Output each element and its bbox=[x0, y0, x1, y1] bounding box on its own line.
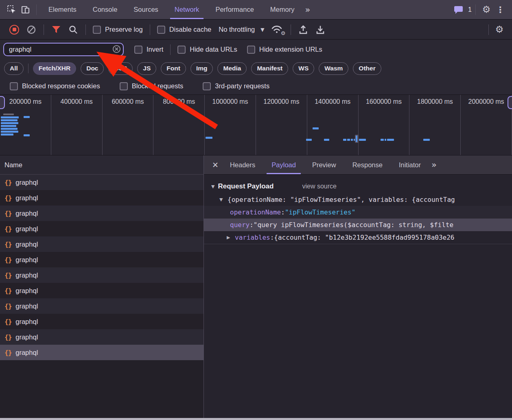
filter-chip-other[interactable]: Other bbox=[353, 62, 381, 75]
json-braces-icon: {} bbox=[4, 225, 11, 233]
filter-chip-manifest[interactable]: Manifest bbox=[251, 62, 288, 75]
clear-button[interactable] bbox=[25, 23, 38, 36]
payload-value: {operationName: "ipFlowTimeseries", vari… bbox=[228, 196, 455, 203]
blocked-response-cookies-checkbox[interactable]: Blocked response cookies bbox=[10, 82, 100, 90]
overview-right-grip[interactable] bbox=[508, 96, 512, 109]
filter-chip-img[interactable]: Img bbox=[190, 62, 213, 75]
filter-chip-fetch-xhr[interactable]: Fetch/XHR bbox=[33, 62, 76, 75]
checkbox[interactable] bbox=[134, 46, 142, 54]
request-name: graphql bbox=[15, 333, 38, 341]
filter-funnel-icon[interactable] bbox=[50, 23, 63, 36]
inspect-element-icon[interactable] bbox=[5, 3, 19, 17]
filter-chip-css[interactable]: CSS bbox=[108, 62, 133, 75]
request-row[interactable]: {}graphql bbox=[0, 345, 203, 360]
collapse-triangle-icon[interactable]: ▼ bbox=[211, 184, 214, 189]
request-payload-header[interactable]: ▼ Request Payload view source bbox=[204, 179, 512, 193]
request-row[interactable]: {}graphql bbox=[0, 175, 203, 190]
waterfall-bar bbox=[24, 134, 30, 136]
divider bbox=[170, 44, 171, 55]
network-conditions-icon[interactable]: ⚙ bbox=[271, 24, 284, 35]
request-row[interactable]: {}graphql bbox=[0, 206, 203, 221]
preserve-log-checkbox[interactable]: Preserve log bbox=[93, 26, 143, 34]
close-detail-icon[interactable]: ✕ bbox=[212, 160, 219, 169]
checkbox[interactable] bbox=[203, 82, 211, 90]
payload-line[interactable]: query: "query ipFlowTimeseries($accountT… bbox=[204, 219, 512, 231]
more-tabs-icon[interactable]: » bbox=[305, 5, 310, 15]
export-har-icon[interactable] bbox=[314, 23, 327, 36]
devtools-window: ElementsConsoleSourcesNetworkPerformance… bbox=[0, 0, 512, 420]
checkbox[interactable] bbox=[247, 46, 255, 54]
request-row[interactable]: {}graphql bbox=[0, 236, 203, 252]
filter-chip-all[interactable]: All bbox=[4, 62, 24, 75]
payload-value: : bbox=[270, 234, 274, 241]
request-row[interactable]: {}graphql bbox=[0, 221, 203, 236]
waterfall-bar bbox=[306, 139, 312, 141]
blocked-requests-checkbox[interactable]: Blocked requests bbox=[120, 82, 184, 90]
timeline-tick: 1200000 ms bbox=[256, 95, 307, 155]
throttling-select[interactable]: No throttling ▼ bbox=[219, 26, 264, 33]
import-har-icon[interactable] bbox=[297, 23, 310, 36]
detail-tab-preview[interactable]: Preview bbox=[307, 155, 341, 174]
filter-chip-media[interactable]: Media bbox=[217, 62, 247, 75]
filter-chip-doc[interactable]: Doc bbox=[81, 62, 104, 75]
waterfall-bar bbox=[1, 133, 13, 136]
request-name: graphql bbox=[15, 179, 38, 186]
request-row[interactable]: {}graphql bbox=[0, 283, 203, 298]
hide-extension-urls-checkbox[interactable]: Hide extension URLs bbox=[247, 46, 322, 54]
tab-network[interactable]: Network bbox=[170, 0, 204, 19]
filter-chip-ws[interactable]: WS bbox=[293, 62, 314, 75]
filter-input[interactable] bbox=[3, 43, 124, 56]
payload-line[interactable]: ▼{operationName: "ipFlowTimeseries", var… bbox=[204, 193, 512, 206]
network-overview-timeline[interactable]: 200000 ms400000 ms600000 ms800000 ms1000… bbox=[0, 95, 512, 155]
checkbox[interactable] bbox=[10, 82, 18, 90]
kebab-menu-icon[interactable]: ⋮ bbox=[493, 3, 507, 17]
request-row[interactable]: {}graphql bbox=[0, 252, 203, 267]
detail-tab-headers[interactable]: Headers bbox=[225, 155, 260, 174]
payload-line[interactable]: operationName: "ipFlowTimeseries" bbox=[204, 206, 512, 219]
checkbox[interactable] bbox=[177, 46, 186, 54]
3rd-party-requests-label: 3rd-party requests bbox=[215, 82, 269, 90]
request-row[interactable]: {}graphql bbox=[0, 298, 203, 314]
record-button[interactable] bbox=[8, 23, 21, 36]
view-source-link[interactable]: view source bbox=[302, 183, 336, 190]
device-toolbar-icon[interactable] bbox=[19, 3, 33, 17]
tab-elements[interactable]: Elements bbox=[44, 0, 81, 19]
divider bbox=[28, 63, 28, 73]
tab-console[interactable]: Console bbox=[88, 0, 122, 19]
request-row[interactable]: {}graphql bbox=[0, 190, 203, 206]
payload-value: : bbox=[281, 208, 285, 216]
checkbox[interactable] bbox=[120, 82, 128, 90]
overview-left-grip[interactable] bbox=[0, 96, 5, 109]
issues-message-icon[interactable] bbox=[452, 3, 466, 17]
network-settings-gear-icon[interactable]: ⚙ bbox=[492, 23, 506, 37]
request-row[interactable]: {}graphql bbox=[0, 329, 203, 345]
checkbox[interactable] bbox=[157, 26, 165, 34]
3rd-party-requests-checkbox[interactable]: 3rd-party requests bbox=[203, 82, 269, 90]
tab-sources[interactable]: Sources bbox=[129, 0, 163, 19]
clear-filter-icon[interactable] bbox=[112, 45, 121, 53]
payload-line[interactable]: ▶variables: {accountTag: "b12e3b2192ee55… bbox=[204, 231, 512, 244]
request-row[interactable]: {}graphql bbox=[0, 267, 203, 283]
detail-tab-initiator[interactable]: Initiator bbox=[394, 155, 426, 174]
waterfall-bar bbox=[324, 139, 329, 141]
detail-tab-response[interactable]: Response bbox=[348, 155, 387, 174]
name-column-header[interactable]: Name bbox=[0, 155, 203, 175]
detail-tab-payload[interactable]: Payload bbox=[267, 155, 301, 174]
hide-data-urls-checkbox[interactable]: Hide data URLs bbox=[177, 46, 237, 54]
waterfall-bar bbox=[387, 139, 394, 141]
expand-triangle-icon[interactable]: ▶ bbox=[227, 235, 235, 240]
collapse-triangle-icon[interactable]: ▼ bbox=[219, 197, 228, 202]
invert-checkbox[interactable]: Invert bbox=[134, 46, 163, 54]
tab-performance[interactable]: Performance bbox=[211, 0, 258, 19]
filter-chip-font[interactable]: Font bbox=[161, 62, 186, 75]
filter-chip-js[interactable]: JS bbox=[137, 62, 156, 75]
more-detail-tabs-icon[interactable]: » bbox=[431, 160, 437, 170]
request-row[interactable]: {}graphql bbox=[0, 314, 203, 329]
settings-gear-icon[interactable]: ⚙ bbox=[479, 3, 493, 17]
tab-memory[interactable]: Memory bbox=[266, 0, 299, 19]
divider bbox=[36, 4, 37, 15]
checkbox[interactable] bbox=[93, 26, 101, 34]
search-icon[interactable] bbox=[67, 23, 80, 36]
filter-chip-wasm[interactable]: Wasm bbox=[319, 62, 348, 75]
disable-cache-checkbox[interactable]: Disable cache bbox=[157, 26, 212, 34]
